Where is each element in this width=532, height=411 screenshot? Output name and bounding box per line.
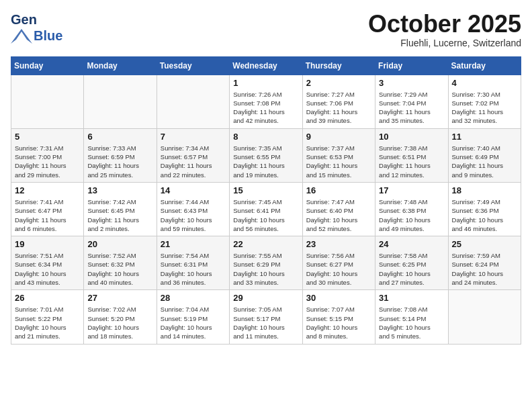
day-info: Sunrise: 7:02 AM Sunset: 5:20 PM Dayligh… <box>87 305 152 340</box>
day-info: Sunrise: 7:30 AM Sunset: 7:02 PM Dayligh… <box>452 90 517 126</box>
calendar-cell <box>157 75 229 128</box>
day-number: 4 <box>452 78 517 88</box>
calendar-cell: 7Sunrise: 7:34 AM Sunset: 6:57 PM Daylig… <box>157 128 229 182</box>
svg-marker-1 <box>11 29 32 44</box>
day-number: 5 <box>15 132 80 142</box>
calendar-cell <box>84 75 157 128</box>
day-number: 7 <box>161 132 226 142</box>
calendar-cell: 21Sunrise: 7:54 AM Sunset: 6:31 PM Dayli… <box>157 236 229 290</box>
day-number: 14 <box>161 185 226 195</box>
day-info: Sunrise: 7:52 AM Sunset: 6:32 PM Dayligh… <box>87 251 152 287</box>
calendar-week-row: 1Sunrise: 7:26 AM Sunset: 7:08 PM Daylig… <box>11 75 521 128</box>
day-number: 3 <box>379 78 444 88</box>
day-info: Sunrise: 7:29 AM Sunset: 7:04 PM Dayligh… <box>379 90 444 126</box>
calendar-cell: 1Sunrise: 7:26 AM Sunset: 7:08 PM Daylig… <box>230 75 302 128</box>
day-number: 11 <box>452 132 517 142</box>
day-number: 12 <box>15 185 80 195</box>
day-number: 29 <box>233 293 298 303</box>
weekday-header: Tuesday <box>157 56 229 75</box>
day-info: Sunrise: 7:26 AM Sunset: 7:08 PM Dayligh… <box>233 90 298 126</box>
calendar-cell: 18Sunrise: 7:49 AM Sunset: 6:36 PM Dayli… <box>448 182 521 236</box>
day-info: Sunrise: 7:05 AM Sunset: 5:17 PM Dayligh… <box>233 305 298 340</box>
day-number: 9 <box>306 132 371 142</box>
calendar-cell: 13Sunrise: 7:42 AM Sunset: 6:45 PM Dayli… <box>84 182 157 236</box>
day-info: Sunrise: 7:08 AM Sunset: 5:14 PM Dayligh… <box>379 305 444 340</box>
calendar-cell: 14Sunrise: 7:44 AM Sunset: 6:43 PM Dayli… <box>157 182 229 236</box>
day-info: Sunrise: 7:51 AM Sunset: 6:34 PM Dayligh… <box>15 251 80 287</box>
weekday-header: Saturday <box>448 56 521 75</box>
day-info: Sunrise: 7:47 AM Sunset: 6:40 PM Dayligh… <box>306 197 371 233</box>
calendar-cell: 8Sunrise: 7:35 AM Sunset: 6:55 PM Daylig… <box>230 128 302 182</box>
day-number: 1 <box>233 78 298 88</box>
calendar-cell: 27Sunrise: 7:02 AM Sunset: 5:20 PM Dayli… <box>84 290 157 344</box>
weekday-header: Friday <box>375 56 448 75</box>
day-number: 24 <box>379 239 444 249</box>
location-text: Fluehli, Lucerne, Switzerland <box>368 38 521 48</box>
day-number: 23 <box>306 239 371 249</box>
calendar-cell: 26Sunrise: 7:01 AM Sunset: 5:22 PM Dayli… <box>11 290 84 344</box>
day-number: 20 <box>87 239 152 249</box>
calendar-cell: 25Sunrise: 7:59 AM Sunset: 6:24 PM Dayli… <box>448 236 521 290</box>
day-info: Sunrise: 7:38 AM Sunset: 6:51 PM Dayligh… <box>379 144 444 179</box>
day-number: 30 <box>306 293 371 303</box>
calendar-cell <box>448 290 521 344</box>
logo: General Blue <box>11 11 62 44</box>
calendar-cell: 2Sunrise: 7:27 AM Sunset: 7:06 PM Daylig… <box>302 75 375 128</box>
calendar-week-row: 5Sunrise: 7:31 AM Sunset: 7:00 PM Daylig… <box>11 128 521 182</box>
calendar-cell: 17Sunrise: 7:48 AM Sunset: 6:38 PM Dayli… <box>375 182 448 236</box>
day-info: Sunrise: 7:35 AM Sunset: 6:55 PM Dayligh… <box>233 144 298 179</box>
day-info: Sunrise: 7:59 AM Sunset: 6:24 PM Dayligh… <box>452 251 517 287</box>
day-number: 22 <box>233 239 298 249</box>
day-info: Sunrise: 7:31 AM Sunset: 7:00 PM Dayligh… <box>15 144 80 179</box>
calendar-cell: 9Sunrise: 7:37 AM Sunset: 6:53 PM Daylig… <box>302 128 375 182</box>
day-info: Sunrise: 7:40 AM Sunset: 6:49 PM Dayligh… <box>452 144 517 179</box>
title-area: October 2025 Fluehli, Lucerne, Switzerla… <box>368 11 521 48</box>
day-number: 25 <box>452 239 517 249</box>
day-info: Sunrise: 7:42 AM Sunset: 6:45 PM Dayligh… <box>87 197 152 233</box>
day-info: Sunrise: 7:33 AM Sunset: 6:59 PM Dayligh… <box>87 144 152 179</box>
day-info: Sunrise: 7:37 AM Sunset: 6:53 PM Dayligh… <box>306 144 371 179</box>
day-number: 15 <box>233 185 298 195</box>
calendar-week-row: 19Sunrise: 7:51 AM Sunset: 6:34 PM Dayli… <box>11 236 521 290</box>
day-number: 6 <box>87 132 152 142</box>
calendar-cell: 11Sunrise: 7:40 AM Sunset: 6:49 PM Dayli… <box>448 128 521 182</box>
day-info: Sunrise: 7:45 AM Sunset: 6:41 PM Dayligh… <box>233 197 298 233</box>
calendar-week-row: 26Sunrise: 7:01 AM Sunset: 5:22 PM Dayli… <box>11 290 521 344</box>
day-info: Sunrise: 7:34 AM Sunset: 6:57 PM Dayligh… <box>161 144 226 179</box>
day-info: Sunrise: 7:44 AM Sunset: 6:43 PM Dayligh… <box>161 197 226 233</box>
calendar-week-row: 12Sunrise: 7:41 AM Sunset: 6:47 PM Dayli… <box>11 182 521 236</box>
day-number: 8 <box>233 132 298 142</box>
calendar-cell: 24Sunrise: 7:58 AM Sunset: 6:25 PM Dayli… <box>375 236 448 290</box>
calendar-cell: 29Sunrise: 7:05 AM Sunset: 5:17 PM Dayli… <box>230 290 302 344</box>
calendar-cell <box>11 75 84 128</box>
calendar-cell: 15Sunrise: 7:45 AM Sunset: 6:41 PM Dayli… <box>230 182 302 236</box>
day-info: Sunrise: 7:07 AM Sunset: 5:15 PM Dayligh… <box>306 305 371 340</box>
calendar-cell: 30Sunrise: 7:07 AM Sunset: 5:15 PM Dayli… <box>302 290 375 344</box>
day-number: 16 <box>306 185 371 195</box>
calendar-cell: 5Sunrise: 7:31 AM Sunset: 7:00 PM Daylig… <box>11 128 84 182</box>
weekday-header: Monday <box>84 56 157 75</box>
day-info: Sunrise: 7:27 AM Sunset: 7:06 PM Dayligh… <box>306 90 371 126</box>
day-number: 10 <box>379 132 444 142</box>
day-number: 28 <box>161 293 226 303</box>
day-info: Sunrise: 7:49 AM Sunset: 6:36 PM Dayligh… <box>452 197 517 233</box>
calendar-cell: 23Sunrise: 7:56 AM Sunset: 6:27 PM Dayli… <box>302 236 375 290</box>
day-info: Sunrise: 7:48 AM Sunset: 6:38 PM Dayligh… <box>379 197 444 233</box>
day-number: 19 <box>15 239 80 249</box>
day-info: Sunrise: 7:55 AM Sunset: 6:29 PM Dayligh… <box>233 251 298 287</box>
logo-blue-text: Blue <box>34 28 62 44</box>
day-info: Sunrise: 7:01 AM Sunset: 5:22 PM Dayligh… <box>15 305 80 340</box>
day-info: Sunrise: 7:04 AM Sunset: 5:19 PM Dayligh… <box>161 305 226 340</box>
calendar-cell: 28Sunrise: 7:04 AM Sunset: 5:19 PM Dayli… <box>157 290 229 344</box>
day-info: Sunrise: 7:56 AM Sunset: 6:27 PM Dayligh… <box>306 251 371 287</box>
day-number: 2 <box>306 78 371 88</box>
calendar-cell: 4Sunrise: 7:30 AM Sunset: 7:02 PM Daylig… <box>448 75 521 128</box>
calendar-cell: 3Sunrise: 7:29 AM Sunset: 7:04 PM Daylig… <box>375 75 448 128</box>
day-info: Sunrise: 7:41 AM Sunset: 6:47 PM Dayligh… <box>15 197 80 233</box>
weekday-header: Thursday <box>302 56 375 75</box>
calendar-cell: 31Sunrise: 7:08 AM Sunset: 5:14 PM Dayli… <box>375 290 448 344</box>
day-number: 27 <box>87 293 152 303</box>
calendar-cell: 16Sunrise: 7:47 AM Sunset: 6:40 PM Dayli… <box>302 182 375 236</box>
day-number: 13 <box>87 185 152 195</box>
calendar-cell: 12Sunrise: 7:41 AM Sunset: 6:47 PM Dayli… <box>11 182 84 236</box>
